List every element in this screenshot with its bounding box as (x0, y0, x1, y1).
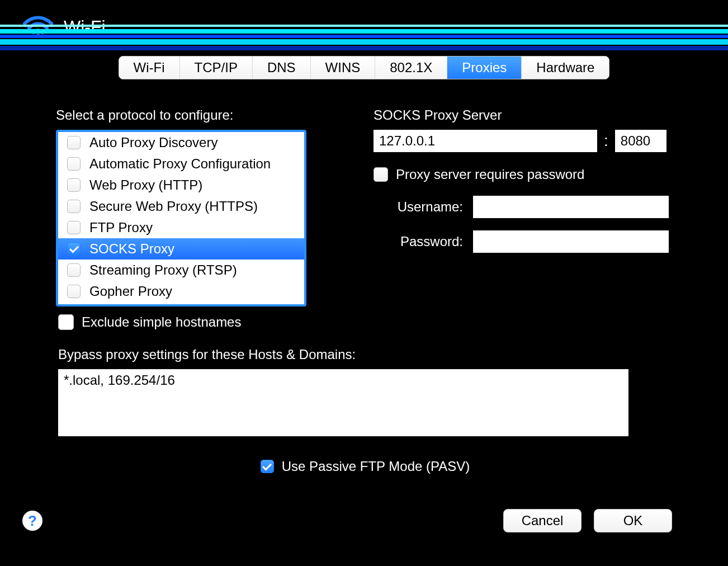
host-port-separator: : (604, 132, 608, 150)
tab-proxies[interactable]: Proxies (447, 56, 522, 79)
header: Wi-Fi (0, 0, 728, 54)
tab-wifi[interactable]: Wi-Fi (119, 56, 180, 79)
requires-password-label: Proxy server requires password (396, 167, 584, 182)
protocol-checkbox[interactable] (67, 242, 81, 256)
protocol-section-label: Select a protocol to configure: (56, 107, 351, 123)
pasv-row[interactable]: Use Passive FTP Mode (PASV) (58, 459, 672, 474)
protocol-label: Gopher Proxy (89, 284, 172, 299)
server-column: SOCKS Proxy Server : Proxy server requir… (374, 107, 672, 306)
username-input[interactable] (473, 196, 669, 218)
server-section-label: SOCKS Proxy Server (374, 107, 672, 123)
protocol-row[interactable]: Automatic Proxy Configuration (58, 153, 304, 174)
bypass-section-label: Bypass proxy settings for these Hosts & … (58, 347, 672, 362)
requires-password-row[interactable]: Proxy server requires password (374, 167, 672, 182)
footer: ? Cancel OK (0, 509, 728, 532)
ok-button[interactable]: OK (594, 509, 672, 532)
protocol-row[interactable]: Secure Web Proxy (HTTPS) (58, 196, 304, 217)
exclude-hostnames-checkbox[interactable] (58, 314, 74, 330)
protocol-row[interactable]: Web Proxy (HTTP) (58, 174, 304, 196)
protocol-label: SOCKS Proxy (89, 241, 174, 257)
exclude-hostnames-label: Exclude simple hostnames (82, 314, 241, 330)
svg-point-0 (36, 34, 40, 38)
username-label: Username: (374, 199, 463, 215)
pasv-checkbox[interactable] (261, 460, 274, 473)
proxy-host-input[interactable] (374, 130, 597, 152)
protocol-row[interactable]: Gopher Proxy (58, 281, 304, 302)
protocol-label: Streaming Proxy (RTSP) (89, 262, 237, 278)
protocol-checkbox[interactable] (67, 157, 81, 171)
protocol-label: Web Proxy (HTTP) (89, 177, 202, 193)
protocol-label: Automatic Proxy Configuration (89, 156, 271, 172)
bypass-textarea[interactable] (58, 369, 628, 436)
tab-bar: Wi-FiTCP/IPDNSWINS802.1XProxiesHardware (0, 56, 728, 79)
protocol-label: Auto Proxy Discovery (89, 135, 218, 150)
protocol-checkbox[interactable] (67, 200, 81, 213)
pasv-label: Use Passive FTP Mode (PASV) (282, 459, 470, 474)
protocol-row[interactable]: Streaming Proxy (RTSP) (58, 260, 304, 281)
protocol-row[interactable]: SOCKS Proxy (58, 238, 304, 260)
tab-hardware[interactable]: Hardware (522, 56, 609, 79)
protocol-row[interactable]: FTP Proxy (58, 217, 304, 238)
cancel-button[interactable]: Cancel (503, 509, 582, 532)
tab-tcpip[interactable]: TCP/IP (180, 56, 253, 79)
password-input[interactable] (473, 230, 669, 253)
protocol-column: Select a protocol to configure: Auto Pro… (56, 107, 351, 306)
protocol-checkbox[interactable] (67, 178, 81, 192)
protocol-checkbox[interactable] (67, 221, 81, 234)
tab-8021x[interactable]: 802.1X (375, 56, 447, 79)
wifi-icon (22, 16, 54, 38)
protocol-list[interactable]: Auto Proxy DiscoveryAutomatic Proxy Conf… (56, 130, 306, 306)
tab-wins[interactable]: WINS (311, 56, 376, 79)
protocol-label: FTP Proxy (89, 220, 153, 235)
protocol-label: Secure Web Proxy (HTTPS) (89, 199, 258, 214)
help-button[interactable]: ? (22, 511, 42, 531)
page-title: Wi-Fi (64, 17, 106, 37)
protocol-checkbox[interactable] (67, 136, 81, 149)
protocol-row[interactable]: Auto Proxy Discovery (58, 132, 304, 153)
proxy-port-input[interactable] (615, 130, 666, 152)
protocol-checkbox[interactable] (67, 285, 81, 298)
password-label: Password: (374, 234, 463, 249)
protocol-checkbox[interactable] (67, 263, 81, 277)
requires-password-checkbox[interactable] (374, 167, 388, 182)
tab-dns[interactable]: DNS (253, 56, 311, 79)
exclude-hostnames-row[interactable]: Exclude simple hostnames (58, 314, 672, 330)
